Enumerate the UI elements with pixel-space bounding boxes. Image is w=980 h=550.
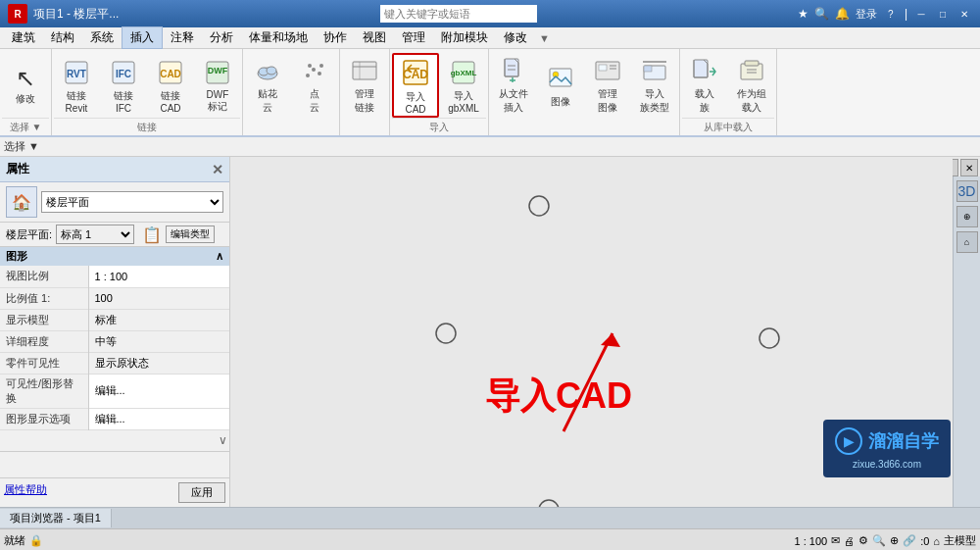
watermark-url: zixue.3d66.com [835,459,939,470]
import-group-label: 导入 [392,118,486,136]
load-as-group-button[interactable]: 作为组载入 [729,53,774,118]
ribbon-group-library: 载入族 作为组载入 从库中载入 [680,49,777,135]
project-browser-tab[interactable]: 项目浏览器 - 项目1 [0,509,112,527]
svg-rect-30 [599,65,607,71]
selection-label: 选择 ▼ [4,139,39,154]
image-label: 图像 [551,95,570,109]
manage-links-button[interactable]: 管理链接 [342,53,387,118]
modify-button[interactable]: ↖ 修改 [2,53,49,118]
zoom-fit-button[interactable]: ⌂ [956,231,978,253]
menu-item-insert[interactable]: 插入 [122,26,163,49]
menu-item-build[interactable]: 建筑 [4,27,43,48]
help-button[interactable]: ? [883,6,899,22]
type-selector[interactable]: 楼层平面 [41,191,223,213]
image-button[interactable]: 图像 [538,53,583,118]
svg-point-12 [312,68,316,72]
svg-rect-16 [353,62,376,79]
canvas-area: ─ □ ✕ 导入CAD [230,157,980,507]
maximize-button[interactable]: □ [935,6,951,22]
status-nav-icon: ⊕ [890,534,899,547]
prop-value-detail: 中等 [88,330,229,352]
menu-item-addons[interactable]: 附加模块 [433,27,496,48]
from-file-button[interactable]: 从文件插入 [491,53,536,118]
prop-key-visibility: 可见性/图形替换 [0,374,88,408]
manage-image-button[interactable]: 管理图像 [585,53,630,118]
point-cloud-button[interactable]: 点云 [292,53,337,118]
manage-image-label: 管理图像 [598,87,617,115]
paste-cloud-icon [252,56,283,85]
prop-value-graphic[interactable]: 编辑... [88,408,229,429]
svg-text:IFC: IFC [116,69,131,79]
import-family-button[interactable]: 导入族类型 [632,53,677,118]
app-logo: R [8,4,27,24]
panel-selector: 🏠 楼层平面 [0,182,229,223]
menu-item-massing[interactable]: 体量和场地 [241,27,316,48]
import-gbxml-icon: gbXML [448,58,479,87]
watermark-icon: ▶ [835,427,862,455]
view-3d-button[interactable]: 3D [956,180,978,202]
watermark-logo: ▶ 溜溜自学 [835,427,939,455]
ribbon-group-modify-items: ↖ 修改 [2,53,49,118]
panel-close-button[interactable]: ✕ [212,162,223,177]
svg-text:CAD: CAD [403,68,428,81]
canvas-close-btn[interactable]: ✕ [960,159,978,176]
table-row: 视图比例 1 : 100 [0,266,229,287]
status-mode: 主模型 [944,533,976,548]
prop-key-parts: 零件可见性 [0,352,88,374]
menu-item-system[interactable]: 系统 [82,27,122,48]
point-cloud-icon [299,56,330,85]
svg-rect-24 [505,59,518,76]
load-family-button[interactable]: 载入族 [682,53,727,118]
scroll-indicator: ∨ [219,433,227,447]
manage-links-icon [349,56,380,85]
menu-item-manage[interactable]: 管理 [394,27,433,48]
svg-point-11 [306,74,310,77]
manage-links-label: 管理链接 [355,87,374,115]
close-button[interactable]: ✕ [956,6,972,22]
ribbon-group-file-items: 从文件插入 图像 [491,53,677,120]
edit-type-button[interactable]: 编辑类型 [166,225,215,243]
properties-help-link[interactable]: 属性帮助 [4,482,47,503]
from-file-label: 从文件插入 [499,87,528,115]
load-family-label: 载入族 [695,87,714,115]
menu-item-annotate[interactable]: 注释 [163,27,202,48]
link-revit-button[interactable]: RVT 链接Revit [54,53,99,118]
menu-item-analyze[interactable]: 分析 [202,27,241,48]
import-gbxml-label: 导入gbXML [448,89,479,114]
ribbon-group-cloud-items: 贴花云 点云 [245,53,337,120]
prop-key-displaymodel: 显示模型 [0,309,88,330]
watermark: ▶ 溜溜自学 zixue.3d66.com [823,420,951,477]
section-toggle[interactable]: ∧ [216,250,223,263]
prop-value-visibility[interactable]: 编辑... [88,374,229,408]
prop-key-viewscale: 视图比例 [0,266,88,287]
select-group-label: 选择 ▼ [2,118,49,136]
status-settings-icon: ⚙ [858,534,868,547]
search-input[interactable] [380,5,537,23]
link-cad-button[interactable]: CAD 链接CAD [148,53,193,118]
menu-item-struct[interactable]: 结构 [43,27,82,48]
link-ifc-button[interactable]: IFC 链接IFC [101,53,146,118]
ribbon-group-manage-link: 管理链接 - [340,49,390,135]
link-dwf-button[interactable]: DWF DWF标记 [195,53,240,118]
paste-cloud-button[interactable]: 贴花云 [245,53,290,118]
status-lock-icon: 🔒 [29,534,43,547]
title-bar-controls: ★ 🔍 🔔 登录 ? | ─ □ ✕ [798,6,972,22]
apply-button[interactable]: 应用 [178,482,225,503]
status-home-icon: ⌂ [933,535,940,547]
zoom-region-button[interactable]: ⊕ [956,206,978,227]
minimize-button[interactable]: ─ [913,6,929,22]
view-dropdown[interactable]: 标高 1 [56,225,134,244]
status-right: 1 : 100 ✉ 🖨 ⚙ 🔍 ⊕ 🔗 :0 ⌂ 主模型 [795,533,976,548]
menu-item-collaborate[interactable]: 协作 [316,27,355,48]
link-revit-icon: RVT [61,58,92,87]
login-button[interactable]: 登录 [856,7,877,22]
import-gbxml-button[interactable]: gbXML 导入gbXML [441,53,486,118]
import-cad-button[interactable]: CAD 导入CAD [392,53,439,118]
svg-point-15 [308,64,312,68]
svg-rect-38 [745,61,759,66]
paste-cloud-label: 贴花云 [258,87,277,115]
link-cad-label: 链接CAD [160,89,180,114]
menu-item-modify[interactable]: 修改 [496,27,535,48]
menu-item-view[interactable]: 视图 [355,27,394,48]
prop-value-viewscale[interactable]: 1 : 100 [88,266,229,287]
